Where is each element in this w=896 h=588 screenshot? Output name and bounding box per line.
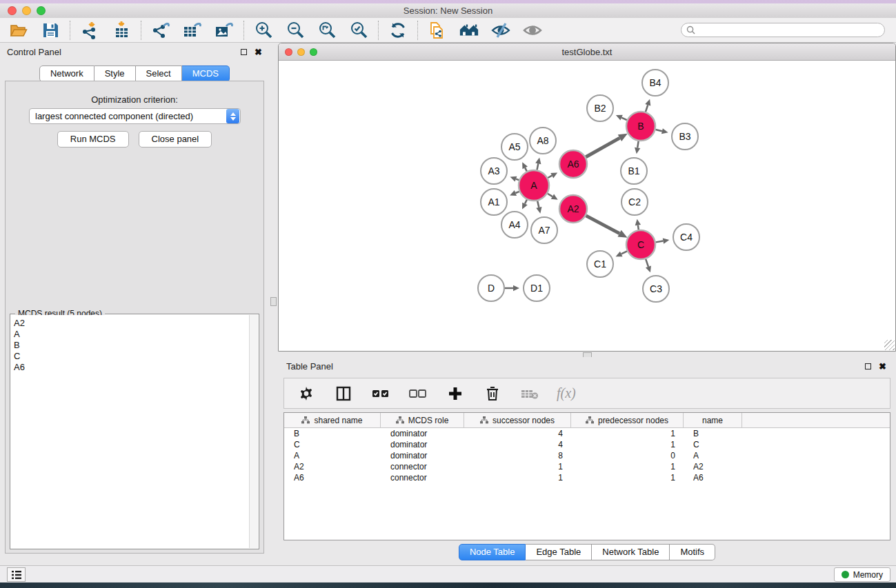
result-list-item[interactable]: C [14, 351, 249, 362]
close-panel-icon[interactable]: ✖ [255, 49, 262, 55]
graph-edge-A-A2[interactable] [548, 194, 552, 196]
result-list-item[interactable]: A6 [14, 362, 249, 373]
zoom-fit-icon[interactable] [317, 20, 337, 41]
graph-node-B[interactable]: B [626, 112, 655, 141]
table-row[interactable]: Cdominator41C [284, 439, 890, 450]
result-list-item[interactable]: B [14, 340, 249, 351]
graph-edge-C-C1[interactable] [621, 251, 627, 254]
column-header-successor-nodes[interactable]: successor nodes [464, 413, 571, 427]
graph-edge-C-C2[interactable] [638, 225, 639, 230]
tab-select[interactable]: Select [136, 65, 182, 82]
table-row[interactable]: Adominator80A [284, 450, 890, 461]
graph-node-C3[interactable]: C3 [643, 276, 669, 302]
search-input[interactable] [699, 25, 879, 36]
graph-edge-A2-C[interactable] [586, 216, 620, 234]
graph-edge-B-B3[interactable] [655, 130, 661, 131]
graph-edge-B-B2[interactable] [621, 118, 627, 120]
export-table-icon[interactable] [182, 20, 203, 41]
import-table-icon[interactable] [111, 20, 132, 41]
gear-icon[interactable] [296, 383, 317, 404]
graph-edge-B-B4[interactable] [646, 105, 648, 112]
delete-column-icon[interactable] [482, 383, 503, 404]
deselect-all-icon[interactable] [408, 383, 428, 404]
table-row[interactable]: Bdominator41B [284, 428, 890, 439]
graph-edge-A-A4[interactable] [525, 200, 527, 204]
graph-node-B1[interactable]: B1 [621, 158, 647, 184]
network-canvas[interactable]: AA6A2BCA1A3A4A5A7A8B1B2B3B4C1C2C3C4DD1 [279, 61, 895, 350]
graph-node-A1[interactable]: A1 [481, 189, 507, 215]
tab-mcds[interactable]: MCDS [182, 65, 230, 82]
graph-edge-B-B1[interactable] [637, 141, 638, 148]
graph-node-A[interactable]: A [519, 170, 549, 201]
tab-network-table[interactable]: Network Table [592, 544, 670, 560]
graph-edge-A-A6[interactable] [548, 176, 552, 178]
memory-button[interactable]: Memory [834, 567, 890, 582]
close-panel-button[interactable]: Close panel [139, 131, 212, 148]
result-list-item[interactable]: A [14, 329, 249, 340]
graph-edge-A6-B[interactable] [586, 138, 619, 157]
graph-node-C2[interactable]: C2 [621, 189, 648, 215]
delete-table-icon[interactable] [519, 383, 540, 404]
table-row[interactable]: A2connector11A2 [284, 461, 890, 472]
graph-node-A5[interactable]: A5 [501, 134, 528, 160]
tab-node-table[interactable]: Node Table [459, 544, 526, 560]
graph-node-C1[interactable]: C1 [587, 251, 613, 277]
graph-edge-A-A5[interactable] [525, 168, 527, 171]
graph-node-A8[interactable]: A8 [530, 128, 556, 154]
tab-edge-table[interactable]: Edge Table [526, 544, 592, 560]
graph-edge-C-C4[interactable] [656, 241, 664, 243]
graph-node-A7[interactable]: A7 [531, 217, 557, 243]
column-header-shared-name[interactable]: shared name [284, 413, 381, 427]
open-file-icon[interactable] [8, 20, 29, 41]
mcds-result-list[interactable]: A2ABCA6 [11, 315, 249, 548]
function-builder-icon[interactable]: f(x) [557, 383, 576, 404]
hide-selected-icon[interactable] [490, 20, 511, 41]
new-network-from-selection-icon[interactable] [427, 20, 448, 41]
close-table-panel-icon[interactable]: ✖ [879, 363, 886, 369]
window-resize-grip[interactable] [884, 340, 895, 350]
table-row[interactable]: A6connector11A6 [284, 472, 890, 483]
tab-motifs[interactable]: Motifs [670, 544, 715, 560]
column-header-predecessor-nodes[interactable]: predecessor nodes [571, 413, 684, 427]
export-network-icon[interactable] [150, 20, 171, 41]
graph-node-A2[interactable]: A2 [559, 195, 587, 223]
graph-node-A4[interactable]: A4 [501, 212, 528, 238]
graph-node-B3[interactable]: B3 [672, 123, 698, 150]
tab-style[interactable]: Style [94, 65, 136, 82]
result-scrollbar[interactable] [249, 315, 258, 548]
zoom-selected-icon[interactable] [348, 20, 369, 41]
graph-node-A6[interactable]: A6 [559, 150, 587, 178]
graph-node-C[interactable]: C [626, 230, 655, 259]
graph-edge-A-A1[interactable] [515, 192, 519, 193]
column-header-MCDS-role[interactable]: MCDS role [381, 413, 464, 427]
columns-icon[interactable] [333, 383, 354, 404]
graph-edge-A-A8[interactable] [537, 163, 539, 170]
zoom-in-icon[interactable] [253, 20, 274, 41]
graph-node-A3[interactable]: A3 [481, 158, 507, 184]
graph-node-C4[interactable]: C4 [673, 224, 699, 250]
graph-node-D1[interactable]: D1 [524, 275, 550, 301]
graph-edge-A-A7[interactable] [537, 201, 539, 207]
result-list-item[interactable]: A2 [14, 318, 249, 329]
graph-node-B2[interactable]: B2 [587, 95, 613, 121]
optimization-criterion-dropdown[interactable]: largest connected component (directed) [29, 108, 241, 124]
network-window-titlebar[interactable]: testGlobe.txt [279, 43, 895, 61]
float-table-panel-icon[interactable] [865, 363, 871, 369]
zoom-out-icon[interactable] [285, 20, 306, 41]
show-all-icon[interactable] [522, 20, 543, 41]
run-mcds-button[interactable]: Run MCDS [57, 131, 129, 148]
vertical-splitter-grip[interactable] [270, 297, 277, 306]
first-neighbors-icon[interactable] [459, 20, 479, 41]
graph-edge-C-C3[interactable] [646, 259, 648, 267]
export-image-icon[interactable] [214, 20, 235, 41]
add-column-icon[interactable] [445, 383, 466, 404]
tab-network[interactable]: Network [39, 65, 94, 82]
search-field[interactable] [681, 23, 885, 37]
select-all-icon[interactable] [370, 383, 391, 404]
task-history-button[interactable] [7, 567, 26, 582]
graph-edge-A-A3[interactable] [516, 179, 519, 181]
save-session-icon[interactable] [40, 20, 61, 41]
float-panel-icon[interactable] [241, 49, 247, 55]
refresh-icon[interactable] [388, 20, 408, 41]
column-header-name[interactable]: name [684, 413, 742, 427]
